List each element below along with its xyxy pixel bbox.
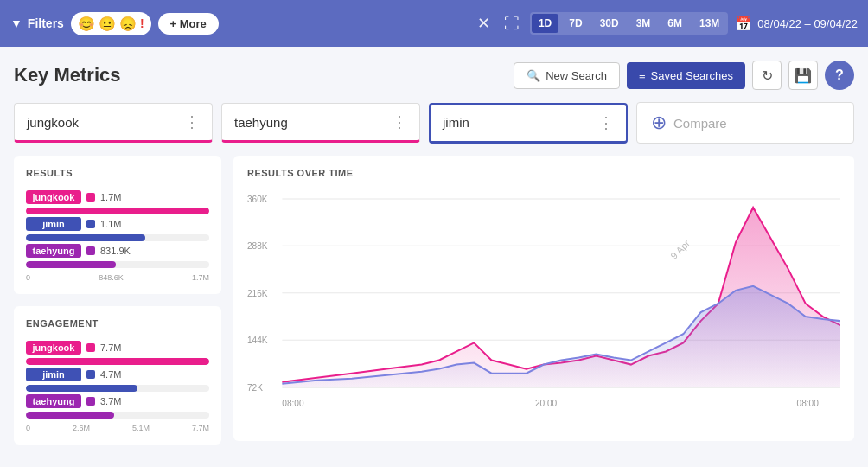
engagement-color-jungkook: [86, 343, 95, 352]
engagement-axis: 0 2.6M 5.1M 7.7M: [26, 424, 209, 432]
new-search-button[interactable]: 🔍 New Search: [514, 62, 620, 89]
expand-button[interactable]: ⛶: [501, 11, 523, 36]
results-color-taehyung: [86, 246, 95, 255]
time-6m[interactable]: 6M: [661, 14, 689, 33]
calendar-icon: 📅: [735, 16, 752, 32]
search-terms-row: jungkook ⋮ taehyung ⋮ jimin ⋮ ⊕ Compare: [14, 102, 854, 144]
search-icon: 🔍: [527, 69, 540, 82]
header-row: Key Metrics 🔍 New Search ≡ Saved Searche…: [14, 61, 854, 90]
toolbar: ▼ Filters 😊 😐 😞 ! + More ✕ ⛶ 1D 7D 30D 3…: [0, 0, 868, 47]
x-label-0800: 08:00: [282, 399, 304, 408]
bottom-row: RESULTS jungkook 1.7M jimin 1.1M: [14, 156, 854, 441]
time-3m[interactable]: 3M: [629, 14, 658, 33]
close-button[interactable]: ✕: [474, 10, 494, 36]
engagement-chart: jungkook 7.7M jimin 4.7M taehyung: [26, 341, 209, 419]
main-content: Key Metrics 🔍 New Search ≡ Saved Searche…: [0, 47, 868, 467]
results-color-jimin: [86, 220, 95, 228]
save-button[interactable]: 💾: [788, 61, 818, 90]
engagement-color-jimin: [86, 370, 95, 379]
emoji-group: 😊 😐 😞 !: [71, 12, 151, 35]
results-bar-jimin: jimin 1.1M: [26, 217, 209, 231]
date-range: 📅 08/04/22 – 09/04/22: [735, 16, 858, 32]
refresh-icon: ↻: [762, 67, 773, 84]
time-series-chart: 360K 288K 216K 144K 72K 9 Apr: [247, 187, 840, 429]
page-title: Key Metrics: [14, 64, 121, 86]
x-label-2000: 20:00: [535, 399, 558, 408]
time-30d[interactable]: 30D: [593, 14, 626, 33]
time-13m[interactable]: 13M: [692, 14, 726, 33]
chart-area: 360K 288K 216K 144K 72K 9 Apr: [247, 187, 840, 429]
engagement-bar-jungkook: jungkook 7.7M: [26, 341, 209, 355]
saved-searches-button[interactable]: ≡ Saved Searches: [627, 62, 745, 89]
neutral-emoji[interactable]: 😐: [99, 16, 116, 32]
results-card: RESULTS jungkook 1.7M jimin 1.1M: [14, 156, 221, 294]
alert-icon[interactable]: !: [140, 16, 144, 30]
y-label-72k: 72K: [247, 383, 263, 393]
sad-emoji[interactable]: 😞: [119, 16, 137, 32]
y-label-288k: 288K: [247, 241, 268, 251]
time-period-selector: 1D 7D 30D 3M 6M 13M: [530, 12, 728, 35]
engagement-card: ENGAGEMENT jungkook 7.7M jimin 4.7M: [14, 306, 221, 445]
engagement-color-taehyung: [86, 397, 95, 406]
filters-button[interactable]: ▼ Filters: [10, 16, 64, 30]
y-label-216k: 216K: [247, 289, 268, 298]
results-bar-taehyung: taehyung 831.9K: [26, 244, 209, 258]
time-1d[interactable]: 1D: [532, 14, 558, 33]
search-term-taehyung[interactable]: taehyung ⋮: [221, 103, 420, 143]
results-axis: 0 848.6K 1.7M: [26, 273, 209, 282]
results-bar-jungkook: jungkook 1.7M: [26, 190, 209, 204]
list-icon: ≡: [639, 69, 646, 82]
left-panel: RESULTS jungkook 1.7M jimin 1.1M: [14, 156, 221, 441]
results-title: RESULTS: [26, 168, 209, 178]
header-actions: 🔍 New Search ≡ Saved Searches ↻ 💾 ?: [514, 61, 854, 90]
help-button[interactable]: ?: [825, 61, 854, 90]
filter-icon: ▼: [10, 16, 22, 30]
x-label-0800-next: 08:00: [797, 399, 820, 408]
time-7d[interactable]: 7D: [562, 14, 589, 33]
engagement-title: ENGAGEMENT: [26, 318, 209, 329]
toolbar-right: ✕ ⛶ 1D 7D 30D 3M 6M 13M 📅 08/04/22 – 09/…: [474, 10, 858, 36]
term-more-jimin[interactable]: ⋮: [598, 113, 614, 132]
compare-box[interactable]: ⊕ Compare: [636, 102, 854, 144]
y-label-360k: 360K: [247, 195, 268, 204]
engagement-bar-taehyung: taehyung 3.7M: [26, 394, 209, 408]
engagement-bar-jimin: jimin 4.7M: [26, 368, 209, 381]
more-button[interactable]: + More: [158, 13, 219, 35]
term-more-jungkook[interactable]: ⋮: [184, 112, 200, 131]
results-color-jungkook: [86, 193, 95, 202]
search-term-jungkook[interactable]: jungkook ⋮: [14, 103, 213, 143]
toolbar-left: ▼ Filters 😊 😐 😞 ! + More: [10, 12, 467, 35]
save-icon: 💾: [795, 67, 812, 84]
term-more-taehyung[interactable]: ⋮: [392, 112, 407, 131]
compare-plus-icon: ⊕: [651, 112, 667, 134]
y-label-144k: 144K: [247, 336, 268, 345]
refresh-button[interactable]: ↻: [752, 61, 782, 90]
search-term-jimin[interactable]: jimin ⋮: [429, 103, 628, 144]
chart-title: RESULTS OVER TIME: [247, 168, 840, 178]
results-chart: jungkook 1.7M jimin 1.1M taehyung: [26, 190, 209, 268]
happy-emoji[interactable]: 😊: [78, 16, 95, 32]
chart-panel: RESULTS OVER TIME 360K 288K 216K 144K 72…: [233, 156, 854, 441]
date-watermark: 9 Apr: [668, 238, 692, 261]
